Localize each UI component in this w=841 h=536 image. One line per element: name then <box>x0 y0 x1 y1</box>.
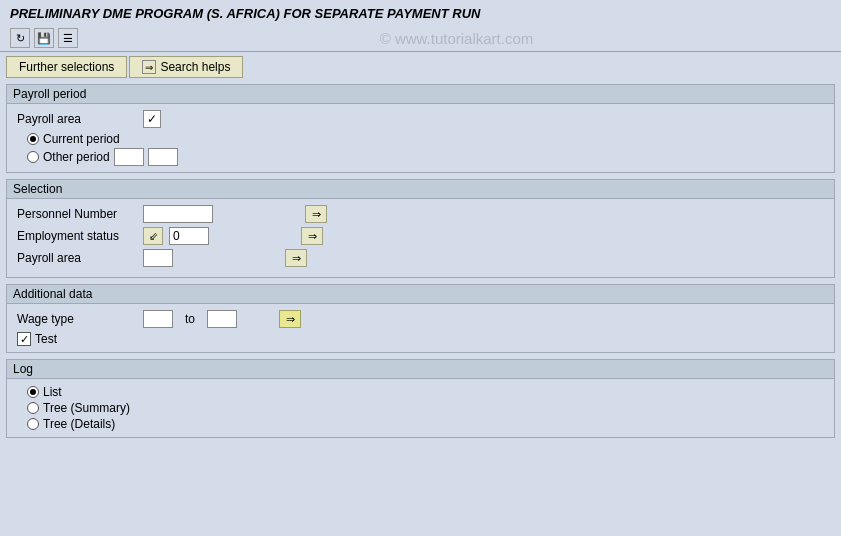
to-label: to <box>179 312 201 326</box>
payroll-area-nav-btn[interactable]: ⇒ <box>285 249 307 267</box>
additional-data-body: Wage type to ⇒ ✓ Test <box>7 304 834 352</box>
search-helps-label: Search helps <box>160 60 230 74</box>
employment-status-nav-btn[interactable]: ⇒ <box>301 227 323 245</box>
list-label: List <box>43 385 62 399</box>
save-icon[interactable]: 💾 <box>34 28 54 48</box>
list-radio[interactable] <box>27 386 39 398</box>
payroll-area-row: Payroll area ✓ <box>17 110 824 128</box>
log-radio-group: List Tree (Summary) Tree (Details) <box>17 385 824 431</box>
test-checkbox[interactable]: ✓ <box>17 332 31 346</box>
payroll-area-sel-row: Payroll area ⇒ <box>17 249 824 267</box>
tab-further-selections[interactable]: Further selections <box>6 56 127 78</box>
employment-status-input[interactable] <box>169 227 209 245</box>
wage-type-row: Wage type to ⇒ <box>17 310 824 328</box>
tree-summary-row: Tree (Summary) <box>27 401 824 415</box>
test-label: Test <box>35 332 57 346</box>
additional-data-header: Additional data <box>7 285 834 304</box>
main-content: Payroll period Payroll area ✓ Current pe… <box>0 78 841 450</box>
tab-bar: Further selections ⇒ Search helps <box>0 52 841 78</box>
payroll-area-checkbox[interactable]: ✓ <box>143 110 161 128</box>
back-icon[interactable]: ↻ <box>10 28 30 48</box>
tree-summary-label: Tree (Summary) <box>43 401 130 415</box>
payroll-area-label: Payroll area <box>17 112 137 126</box>
tree-details-row: Tree (Details) <box>27 417 824 431</box>
layout-icon[interactable]: ☰ <box>58 28 78 48</box>
payroll-period-section: Payroll period Payroll area ✓ Current pe… <box>6 84 835 173</box>
test-row: ✓ Test <box>17 332 824 346</box>
selection-body: Personnel Number ⇒ Employment status ⇙ ⇒… <box>7 199 834 277</box>
log-header: Log <box>7 360 834 379</box>
payroll-area-sel-input[interactable] <box>143 249 173 267</box>
selection-section: Selection Personnel Number ⇒ Employment … <box>6 179 835 278</box>
tree-details-label: Tree (Details) <box>43 417 115 431</box>
personnel-number-nav-btn[interactable]: ⇒ <box>305 205 327 223</box>
employment-status-label: Employment status <box>17 229 137 243</box>
further-selections-label: Further selections <box>19 60 114 74</box>
log-section: Log List Tree (Summary) Tree (Details) <box>6 359 835 438</box>
payroll-period-header: Payroll period <box>7 85 834 104</box>
personnel-number-label: Personnel Number <box>17 207 137 221</box>
log-body: List Tree (Summary) Tree (Details) <box>7 379 834 437</box>
payroll-area-sel-label: Payroll area <box>17 251 137 265</box>
payroll-period-body: Payroll area ✓ Current period Other peri… <box>7 104 834 172</box>
tab-search-helps[interactable]: ⇒ Search helps <box>129 56 243 78</box>
list-row: List <box>27 385 824 399</box>
personnel-number-row: Personnel Number ⇒ <box>17 205 824 223</box>
employment-status-sel-icon[interactable]: ⇙ <box>143 227 163 245</box>
wage-type-nav-btn[interactable]: ⇒ <box>279 310 301 328</box>
other-period-input2[interactable] <box>148 148 178 166</box>
additional-data-section: Additional data Wage type to ⇒ ✓ Test <box>6 284 835 353</box>
wage-type-to-input[interactable] <box>207 310 237 328</box>
current-period-radio[interactable] <box>27 133 39 145</box>
current-period-label: Current period <box>43 132 120 146</box>
personnel-number-input[interactable] <box>143 205 213 223</box>
other-period-radio[interactable] <box>27 151 39 163</box>
employment-status-row: Employment status ⇙ ⇒ <box>17 227 824 245</box>
tree-details-radio[interactable] <box>27 418 39 430</box>
tree-summary-radio[interactable] <box>27 402 39 414</box>
other-period-label: Other period <box>43 150 110 164</box>
other-period-row: Other period <box>27 148 824 166</box>
wage-type-label: Wage type <box>17 312 137 326</box>
wage-type-from-input[interactable] <box>143 310 173 328</box>
other-period-input1[interactable] <box>114 148 144 166</box>
current-period-row: Current period <box>27 132 824 146</box>
page-title: PRELIMINARY DME PROGRAM (S. AFRICA) FOR … <box>0 0 841 25</box>
watermark: © www.tutorialkart.com <box>82 30 831 47</box>
toolbar: ↻ 💾 ☰ © www.tutorialkart.com <box>0 25 841 52</box>
period-radio-group: Current period Other period <box>17 132 824 166</box>
selection-header: Selection <box>7 180 834 199</box>
arrow-icon: ⇒ <box>142 60 156 74</box>
